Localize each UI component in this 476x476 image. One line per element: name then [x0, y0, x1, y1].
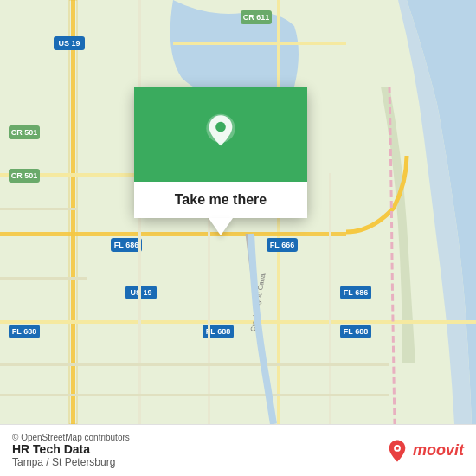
popup-tail: [209, 218, 233, 235]
location-name: HR Tech Data: [12, 442, 130, 456]
popup-wrapper: Take me there: [134, 87, 307, 235]
location-region: Tampa / St Petersburg: [12, 456, 130, 468]
map-container: US 19 CR 611 CR 501 CR 501 FL 686 FL 666…: [0, 0, 476, 424]
svg-rect-6: [0, 320, 476, 324]
take-me-there-button[interactable]: Take me there: [134, 182, 307, 218]
svg-rect-1: [71, 0, 75, 424]
svg-text:FL 688: FL 688: [12, 327, 36, 336]
moovit-label: moovit: [413, 441, 464, 460]
svg-text:CR 611: CR 611: [243, 13, 270, 22]
location-info: © OpenStreetMap contributors HR Tech Dat…: [12, 433, 130, 468]
svg-rect-34: [329, 173, 331, 424]
svg-text:FL 686: FL 686: [344, 288, 368, 297]
svg-text:US 19: US 19: [58, 39, 80, 48]
osm-credit: © OpenStreetMap contributors: [12, 433, 130, 442]
moovit-logo: moovit: [385, 439, 464, 463]
svg-rect-37: [0, 394, 389, 396]
popup-green-header: [134, 87, 307, 182]
svg-text:CR 501: CR 501: [11, 128, 38, 137]
bottom-bar: © OpenStreetMap contributors HR Tech Dat…: [0, 424, 476, 476]
popup-card: Take me there: [134, 87, 307, 218]
location-pin-icon: [199, 113, 242, 156]
svg-rect-4: [173, 42, 346, 45]
moovit-pin-icon: [385, 439, 409, 463]
svg-text:FL 666: FL 666: [270, 241, 294, 249]
svg-point-41: [396, 446, 399, 449]
svg-rect-36: [0, 363, 389, 366]
svg-text:CR 501: CR 501: [11, 171, 38, 180]
svg-text:FL 686: FL 686: [114, 241, 138, 249]
svg-rect-31: [0, 277, 87, 280]
svg-point-39: [215, 122, 226, 132]
svg-rect-35: [0, 208, 78, 210]
svg-text:FL 688: FL 688: [344, 327, 368, 336]
